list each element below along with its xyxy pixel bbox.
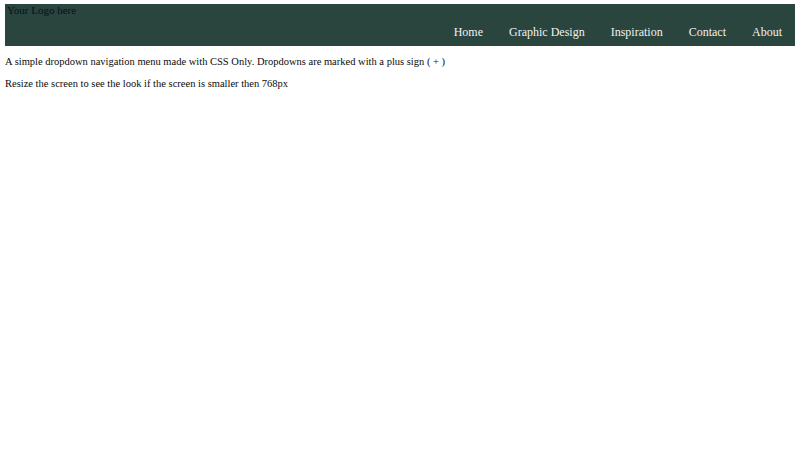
nav-item-home[interactable]: Home bbox=[441, 25, 496, 39]
nav-item-about[interactable]: About bbox=[739, 25, 795, 39]
logo-text: Your Logo here bbox=[7, 4, 76, 17]
top-navbar: Your Logo here Home Graphic Design Inspi… bbox=[5, 4, 795, 46]
page: Your Logo here Home Graphic Design Inspi… bbox=[5, 4, 795, 90]
page-content: A simple dropdown navigation menu made w… bbox=[5, 56, 795, 90]
nav-item-contact[interactable]: Contact bbox=[676, 25, 739, 39]
resize-hint-paragraph: Resize the screen to see the look if the… bbox=[5, 78, 795, 90]
nav-item-graphic-design[interactable]: Graphic Design bbox=[496, 25, 598, 39]
nav-item-inspiration[interactable]: Inspiration bbox=[598, 25, 676, 39]
intro-paragraph: A simple dropdown navigation menu made w… bbox=[5, 56, 795, 68]
nav-menu: Home Graphic Design Inspiration Contact … bbox=[441, 25, 795, 39]
